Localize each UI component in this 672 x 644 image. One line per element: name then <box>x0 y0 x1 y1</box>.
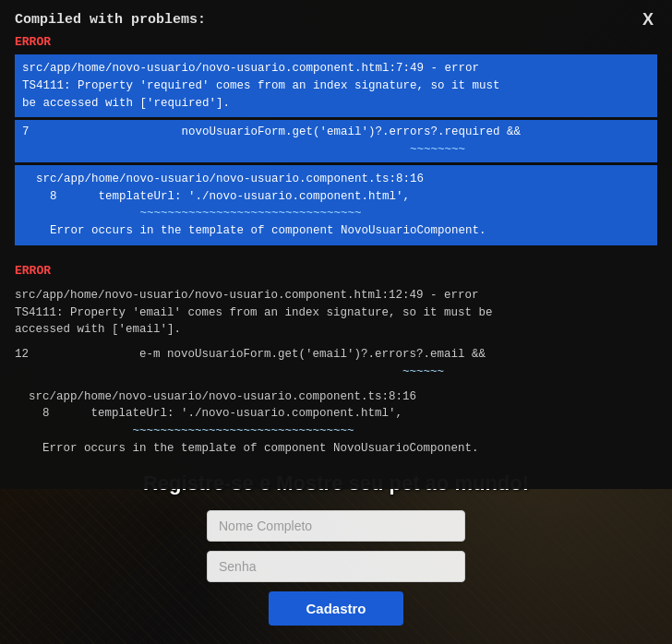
error-code-2: 12 e-m novoUsuarioForm.get('email')?.err… <box>15 342 657 385</box>
panel-title: Compiled with problems: <box>15 12 206 28</box>
cadastro-button[interactable]: Cadastro <box>269 591 402 626</box>
error-source-1: src/app/home/novo-usuario/novo-usuario.c… <box>15 165 657 245</box>
section-gap <box>15 255 657 264</box>
error-panel: Compiled with problems: X ERROR src/app/… <box>0 0 672 489</box>
error-file-1: src/app/home/novo-usuario/novo-usuario.c… <box>15 54 657 117</box>
nome-input[interactable] <box>207 510 465 542</box>
error-file-2: src/app/home/novo-usuario/novo-usuario.c… <box>15 283 657 342</box>
error-source-2: src/app/home/novo-usuario/novo-usuario.c… <box>15 385 657 461</box>
error-section-1: ERROR src/app/home/novo-usuario/novo-usu… <box>15 35 657 245</box>
senha-input[interactable] <box>207 551 465 582</box>
error-section-2: ERROR src/app/home/novo-usuario/novo-usu… <box>15 264 657 461</box>
error-label-1: ERROR <box>15 35 657 49</box>
form-background: Registre-se e Mostre seu pet ao mundo! C… <box>0 471 672 644</box>
close-button[interactable]: X <box>639 11 657 28</box>
error-code-1: 7 novoUsuarioForm.get('email')?.errors?.… <box>15 120 657 162</box>
error-label-2: ERROR <box>15 264 657 278</box>
error-panel-header: Compiled with problems: X <box>15 11 657 28</box>
